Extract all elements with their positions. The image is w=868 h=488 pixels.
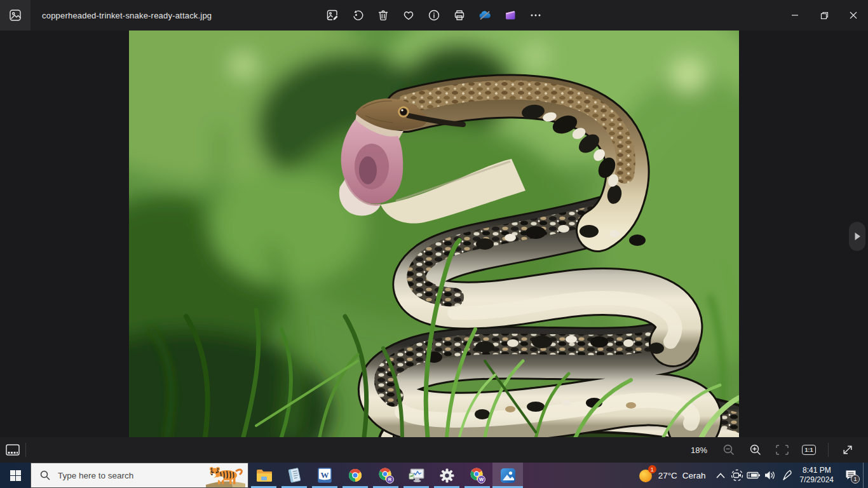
taskbar-chrome[interactable] bbox=[340, 463, 370, 488]
edit-image-icon bbox=[326, 9, 339, 22]
zoom-out-button[interactable] bbox=[716, 437, 742, 463]
taskbar-notepad[interactable] bbox=[279, 463, 309, 488]
edit-image-button[interactable] bbox=[320, 0, 345, 30]
fit-to-window-icon bbox=[776, 445, 789, 455]
svg-text:W: W bbox=[321, 470, 329, 480]
taskbar-apps: W R bbox=[248, 463, 523, 488]
weather-condition: Cerah bbox=[682, 471, 706, 480]
system-tray: 1 27°C Cerah bbox=[635, 463, 868, 488]
photos-icon bbox=[9, 9, 22, 22]
weather-temp: 27°C bbox=[658, 471, 677, 480]
search-icon bbox=[40, 470, 50, 480]
more-dots-icon bbox=[529, 9, 542, 22]
volume-icon[interactable] bbox=[762, 463, 778, 488]
photos-app-icon bbox=[0, 0, 31, 30]
taskbar-chrome-profile-r[interactable]: R bbox=[370, 463, 401, 488]
word-icon: W bbox=[317, 468, 332, 483]
file-information-button[interactable] bbox=[421, 0, 447, 30]
action-center-button[interactable]: 1 bbox=[839, 463, 863, 488]
weather-badge: 1 bbox=[648, 465, 656, 473]
hidden-icons-chevron[interactable] bbox=[712, 463, 729, 488]
notification-badge: 1 bbox=[851, 475, 860, 484]
zoom-controls: 18% 1:1 bbox=[691, 437, 868, 463]
taskbar-settings[interactable] bbox=[431, 463, 462, 488]
show-desktop-strip[interactable] bbox=[863, 463, 865, 488]
battery-icon[interactable] bbox=[745, 463, 762, 488]
close-button[interactable] bbox=[839, 0, 868, 30]
delete-button[interactable] bbox=[370, 0, 396, 30]
pen-icon bbox=[781, 470, 792, 481]
toolbar bbox=[320, 0, 548, 30]
filmstrip-toggle-button[interactable] bbox=[0, 437, 25, 463]
divider bbox=[25, 443, 26, 457]
photo-snake-image[interactable] bbox=[129, 30, 739, 437]
chrome-profile-r-icon: R bbox=[377, 467, 394, 484]
file-explorer-icon bbox=[256, 469, 272, 482]
tiger-illustration bbox=[201, 462, 247, 487]
search-input[interactable] bbox=[58, 471, 191, 480]
info-icon bbox=[428, 9, 440, 22]
taskbar-chrome-profile-w[interactable]: W bbox=[462, 463, 492, 488]
clipchamp-video-button[interactable] bbox=[498, 0, 523, 30]
taskbar-photos-active[interactable] bbox=[492, 463, 523, 488]
zoom-in-button[interactable] bbox=[743, 437, 768, 463]
divider bbox=[828, 443, 829, 457]
restore-icon bbox=[820, 11, 829, 20]
zoom-out-icon bbox=[722, 444, 735, 456]
clock[interactable]: 8:41 PM 7/29/2024 bbox=[795, 466, 839, 485]
windows-ink-pen-icon[interactable] bbox=[778, 463, 795, 488]
titlebar: copperheaded-trinket-snake-ready-attack.… bbox=[0, 0, 868, 30]
meet-now-camera-icon bbox=[731, 469, 743, 482]
next-image-button[interactable] bbox=[849, 222, 865, 251]
performance-monitor-icon bbox=[408, 468, 424, 483]
chevron-up-icon bbox=[716, 473, 725, 478]
heart-icon bbox=[402, 9, 415, 22]
tray-date: 7/29/2024 bbox=[800, 475, 834, 485]
taskbar-file-explorer[interactable] bbox=[248, 463, 279, 488]
window-title: copperheaded-trinket-snake-ready-attack.… bbox=[42, 11, 212, 20]
svg-text:R: R bbox=[388, 477, 392, 482]
search-box[interactable] bbox=[31, 463, 248, 488]
image-viewer bbox=[0, 30, 868, 437]
favorite-button[interactable] bbox=[396, 0, 421, 30]
see-more-button[interactable] bbox=[523, 0, 548, 30]
speaker-icon bbox=[764, 470, 776, 480]
restore-button[interactable] bbox=[810, 0, 839, 30]
actual-size-label: 1:1 bbox=[802, 445, 815, 455]
print-button[interactable] bbox=[447, 0, 472, 30]
start-button[interactable] bbox=[0, 463, 31, 488]
settings-gear-icon bbox=[440, 468, 454, 483]
fullscreen-icon bbox=[842, 444, 853, 456]
minimize-icon bbox=[791, 11, 799, 19]
viewer-statusbar: 18% 1:1 bbox=[0, 437, 868, 463]
photos-app-icon bbox=[500, 468, 516, 484]
close-icon bbox=[850, 11, 857, 19]
fullscreen-button[interactable] bbox=[835, 437, 860, 463]
rotate-icon bbox=[351, 9, 364, 22]
taskbar-performance-monitor[interactable] bbox=[401, 463, 431, 488]
svg-text:W: W bbox=[479, 477, 484, 482]
actual-size-button[interactable]: 1:1 bbox=[796, 437, 822, 463]
window-controls bbox=[780, 0, 868, 30]
clipchamp-icon bbox=[504, 9, 517, 22]
weather-widget[interactable]: 1 27°C Cerah bbox=[635, 463, 712, 488]
taskbar-word[interactable]: W bbox=[309, 463, 340, 488]
minimize-button[interactable] bbox=[780, 0, 810, 30]
taskbar: W R bbox=[0, 463, 868, 488]
snake-photo-illustration bbox=[129, 30, 739, 437]
meet-now-button[interactable] bbox=[729, 463, 745, 488]
fit-to-window-button[interactable] bbox=[770, 437, 795, 463]
chrome-icon bbox=[348, 468, 363, 483]
battery-charging-icon bbox=[747, 471, 761, 480]
rotate-button[interactable] bbox=[345, 0, 370, 30]
photos-app-window: copperheaded-trinket-snake-ready-attack.… bbox=[0, 0, 868, 488]
print-icon bbox=[453, 9, 466, 22]
filmstrip-icon bbox=[6, 444, 20, 456]
tray-time: 8:41 PM bbox=[803, 466, 831, 475]
zoom-level: 18% bbox=[691, 445, 707, 455]
cloud-slash-icon bbox=[478, 9, 492, 22]
zoom-in-icon bbox=[749, 444, 762, 456]
chevron-right-icon bbox=[854, 232, 861, 241]
onedrive-unavailable-button[interactable] bbox=[472, 0, 498, 30]
delete-icon bbox=[377, 9, 390, 22]
